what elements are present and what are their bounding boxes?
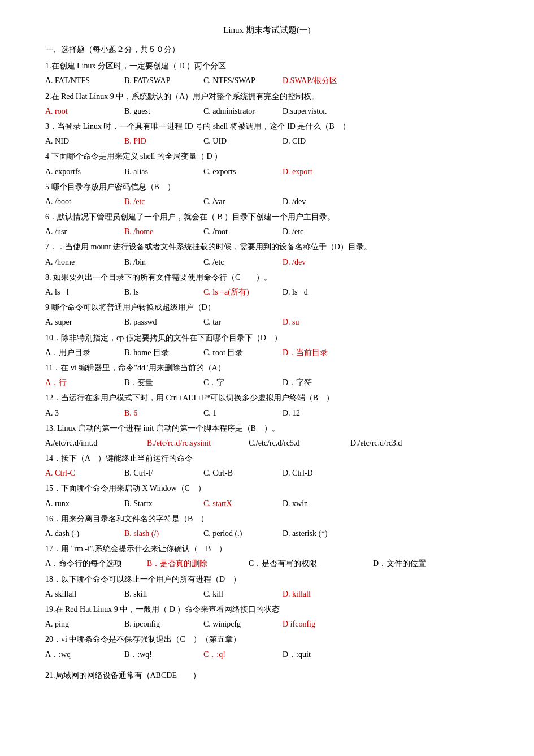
q3-text: 3．当登录 Linux 时，一个具有唯一进程 ID 号的 shell 将被调用，… <box>45 119 489 133</box>
q8-text: 8. 如果要列出一个目录下的所有文件需要使用命令行（C ）。 <box>45 270 489 284</box>
q17-options: A．命令行的每个选项 B．是否真的删除 C．是否有写的权限 D．文件的位置 <box>45 556 489 571</box>
q6-optB: B. /home <box>124 224 203 239</box>
q10-options: A．用户目录 B. home 目录 C. root 目录 D．当前目录 <box>45 345 489 360</box>
q4-text: 4 下面哪个命令是用来定义 shell 的全局变量（ D ） <box>45 149 489 163</box>
q5-optC: C. /var <box>203 195 283 209</box>
q8-optD: D. ls −d <box>283 285 362 299</box>
q6-optD: D. /etc <box>283 224 362 239</box>
q1-optD: D.SWAP/根分区 <box>283 74 362 88</box>
q8-optB: B. ls <box>124 285 203 299</box>
question-12: 12．当运行在多用户模式下时，用 Ctrl+ALT+F*可以切换多少虚拟用户终端… <box>45 391 489 420</box>
q6-optC: C. /root <box>203 224 283 239</box>
question-16: 16．用来分离目录名和文件名的字符是（B ） A. dash (-) B. sl… <box>45 512 489 541</box>
q14-optC: C. Ctrl-B <box>203 466 283 480</box>
q16-optD: D. asterisk (*) <box>283 526 362 541</box>
q16-text: 16．用来分离目录名和文件名的字符是（B ） <box>45 512 489 526</box>
q1-text: 1.在创建 Linux 分区时，一定要创建（ D ）两个分区 <box>45 59 489 73</box>
q19-text: 19.在 Red Hat Linux 9 中，一般用（ D ）命令来查看网络接口… <box>45 602 489 616</box>
q5-optB: B. /etc <box>124 195 203 209</box>
q12-optB: B. 6 <box>124 406 203 420</box>
q14-optA: A. Ctrl-C <box>45 466 124 480</box>
q20-text: 20．vi 中哪条命令是不保存强制退出（C ）（第五章） <box>45 632 489 646</box>
q3-optD: D. CID <box>283 134 362 148</box>
q7-optA: A. /home <box>45 255 124 269</box>
q19-optD: D ifconfig <box>283 617 362 631</box>
q3-optB: B. PID <box>124 134 203 148</box>
q13-options: A./etc/rc.d/init.d B./etc/rc.d/rc.sysini… <box>45 436 489 450</box>
q1-options: A. FAT/NTFS B. FAT/SWAP C. NTFS/SWAP D.S… <box>45 74 489 88</box>
q18-optA: A. skillall <box>45 587 124 601</box>
q2-optD: D.supervistor. <box>283 104 362 118</box>
q10-optA: A．用户目录 <box>45 345 124 360</box>
q2-optB: B. guest <box>124 104 203 118</box>
q5-options: A. /boot B. /etc C. /var D. /dev <box>45 195 489 209</box>
q4-optA: A. exportfs <box>45 165 124 179</box>
question-13: 13. Linux 启动的第一个进程 init 启动的第一个脚本程序是（B ）。… <box>45 421 489 450</box>
question-15: 15．下面哪个命令用来启动 X Window（C ） A. runx B. St… <box>45 481 489 510</box>
question-2: 2.在 Red Hat Linux 9 中，系统默认的（A）用户对整个系统拥有完… <box>45 89 489 118</box>
q17-optB: B．是否真的删除 <box>147 556 249 571</box>
q19-optC: C. winipcfg <box>203 617 283 631</box>
q18-text: 18．以下哪个命令可以终止一个用户的所有进程（D ） <box>45 572 489 586</box>
q3-options: A. NID B. PID C. UID D. CID <box>45 134 489 148</box>
q20-optC: C．:q! <box>203 647 283 662</box>
q2-optC: C. administrator <box>203 104 283 118</box>
q6-optA: A. /usr <box>45 224 124 239</box>
q12-text: 12．当运行在多用户模式下时，用 Ctrl+ALT+F*可以切换多少虚拟用户终端… <box>45 391 489 405</box>
q9-optA: A. super <box>45 315 124 329</box>
q12-optD: D. 12 <box>283 406 362 420</box>
q16-options: A. dash (-) B. slash (/) C. period (.) D… <box>45 526 489 541</box>
q11-optA: A．行 <box>45 375 124 390</box>
q13-text: 13. Linux 启动的第一个进程 init 启动的第一个脚本程序是（B ）。 <box>45 421 489 435</box>
q5-optA: A. /boot <box>45 195 124 209</box>
q6-text: 6．默认情况下管理员创建了一个用户，就会在（ B ）目录下创建一个用户主目录。 <box>45 210 489 224</box>
q14-text: 14．按下（A ）键能终止当前运行的命令 <box>45 451 489 465</box>
q8-optC: C. ls −a(所有) <box>203 285 283 299</box>
q15-optC: C. startX <box>203 496 283 511</box>
q7-optC: C. /etc <box>203 255 283 269</box>
q5-text: 5 哪个目录存放用户密码信息（B ） <box>45 180 489 194</box>
q18-optB: B. skill <box>124 587 203 601</box>
q16-optA: A. dash (-) <box>45 526 124 541</box>
q10-optC: C. root 目录 <box>203 345 283 360</box>
question-3: 3．当登录 Linux 时，一个具有唯一进程 ID 号的 shell 将被调用，… <box>45 119 489 148</box>
q13-optA: A./etc/rc.d/init.d <box>45 436 147 450</box>
q11-text: 11．在 vi 编辑器里，命令"dd"用来删除当前的（A） <box>45 361 489 375</box>
q9-optD: D. su <box>283 315 362 329</box>
q17-text: 17．用 "rm -i",系统会提示什么来让你确认（ B ） <box>45 542 489 556</box>
question-17: 17．用 "rm -i",系统会提示什么来让你确认（ B ） A．命令行的每个选… <box>45 542 489 571</box>
question-18: 18．以下哪个命令可以终止一个用户的所有进程（D ） A. skillall B… <box>45 572 489 601</box>
q1-optA: A. FAT/NTFS <box>45 74 124 88</box>
q17-optA: A．命令行的每个选项 <box>45 556 147 571</box>
question-20: 20．vi 中哪条命令是不保存强制退出（C ）（第五章） A．:wq B．:wq… <box>45 632 489 661</box>
q1-optC: C. NTFS/SWAP <box>203 74 283 88</box>
question-9: 9 哪个命令可以将普通用户转换成超级用户（D） A. super B. pass… <box>45 300 489 329</box>
q11-optD: D．字符 <box>283 375 362 390</box>
question-6: 6．默认情况下管理员创建了一个用户，就会在（ B ）目录下创建一个用户主目录。 … <box>45 210 489 239</box>
q20-optB: B．:wq! <box>124 647 203 662</box>
q17-optC: C．是否有写的权限 <box>249 556 373 571</box>
q8-optA: A. ls −l <box>45 285 124 299</box>
page-title: Linux 期末考试试题(一) <box>45 23 489 38</box>
q16-optB: B. slash (/) <box>124 526 203 541</box>
q3-optA: A. NID <box>45 134 124 148</box>
q12-optA: A. 3 <box>45 406 124 420</box>
q19-optA: A. ping <box>45 617 124 631</box>
q15-optA: A. runx <box>45 496 124 511</box>
question-4: 4 下面哪个命令是用来定义 shell 的全局变量（ D ） A. export… <box>45 149 489 178</box>
q9-optB: B. passwd <box>124 315 203 329</box>
q7-options: A. /home B. /bin C. /etc D. /dev <box>45 255 489 269</box>
q11-optB: B．变量 <box>124 375 203 390</box>
q19-options: A. ping B. ipconfig C. winipcfg D ifconf… <box>45 617 489 631</box>
q18-optC: C. kill <box>203 587 283 601</box>
q15-optD: D. xwin <box>283 496 362 511</box>
q3-optC: C. UID <box>203 134 283 148</box>
q10-text: 10．除非特别指定，cp 假定要拷贝的文件在下面哪个目录下（D ） <box>45 331 489 345</box>
question-14: 14．按下（A ）键能终止当前运行的命令 A. Ctrl-C B. Ctrl-F… <box>45 451 489 480</box>
q20-options: A．:wq B．:wq! C．:q! D．:quit <box>45 647 489 662</box>
q6-options: A. /usr B. /home C. /root D. /etc <box>45 224 489 239</box>
section-header: 一、选择题（每小题２分，共５０分） <box>45 42 489 57</box>
q9-options: A. super B. passwd C. tar D. su <box>45 315 489 329</box>
q11-options: A．行 B．变量 C．字 D．字符 <box>45 375 489 390</box>
q9-text: 9 哪个命令可以将普通用户转换成超级用户（D） <box>45 300 489 314</box>
